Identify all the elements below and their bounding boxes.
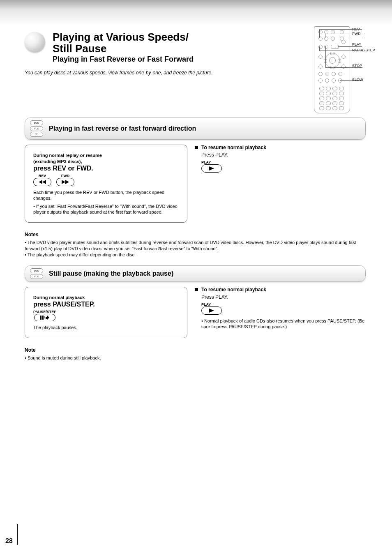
remote-body: REV FWD PLAY PAUSE/STEP STOP SLOW (314, 26, 350, 113)
procedure-note1: Each time you press the REV or FWD butto… (33, 189, 179, 201)
svg-text:/: / (44, 316, 45, 320)
section1-columns: During normal replay or resume (excludin… (25, 145, 366, 223)
remote-play-button (331, 45, 339, 49)
pause-label: PAUSE/STEP (33, 310, 56, 314)
procedure-text-line2: (excluding MP3 discs), (33, 159, 82, 164)
svg-marker-2 (62, 180, 65, 184)
section-title: Playing in fast reverse or fast forward … (49, 125, 196, 132)
svg-rect-8 (46, 317, 47, 319)
lead-label-pause: PAUSE/STEP (352, 48, 375, 52)
procedure-box-fast: During normal replay or resume (excludin… (25, 145, 187, 223)
page-number-region: 28 (0, 516, 18, 553)
section-fast-playback: DVD VCD CD Playing in fast reverse or fa… (25, 118, 366, 140)
procedure-note2: • If you set "Fast Forward/Fast Reverse"… (33, 203, 179, 215)
pill-dvd: DVD (30, 120, 43, 125)
fwd-button-icon (56, 178, 74, 186)
procedure-box-pause: During normal playback press PAUSE/STEP.… (25, 287, 187, 338)
notes-block-1: Notes • The DVD video player mutes sound… (25, 232, 366, 258)
play-button-icon-2 (201, 306, 222, 315)
section2-title: Still pause (making the playback pause) (49, 270, 173, 277)
page-number-divider (17, 524, 18, 545)
svg-marker-3 (65, 180, 69, 184)
procedure2-step: press PAUSE/STEP. (33, 301, 179, 308)
resume-column-2: To resume normal playback Press PLAY. PL… (195, 287, 366, 329)
svg-marker-0 (39, 180, 42, 184)
rev-button-icon (33, 178, 51, 186)
resume-text: Press PLAY. (201, 152, 228, 158)
disc-type-pills-2: DVD VCD (30, 268, 43, 279)
remote-slow-button (338, 78, 342, 83)
rev-label: REV (33, 174, 51, 178)
page-subtitle: Playing in Fast Reverse or Fast Forward (53, 55, 194, 64)
manual-page: 28 Playing at Various Speeds/ Still Paus… (0, 0, 392, 553)
notes2-heading: Note (25, 347, 366, 353)
disc-type-pills: DVD VCD CD (30, 120, 43, 137)
remote-stop-button (324, 45, 328, 49)
resume-title-2: To resume normal playback (201, 287, 266, 293)
square-bullet-icon (195, 146, 198, 149)
page-header: Playing at Various Speeds/ Still Pause P… (25, 29, 366, 115)
svg-rect-6 (42, 316, 44, 320)
notes1-item1: • The playback speed may differ dependin… (25, 252, 366, 258)
section2-columns: During normal playback press PAUSE/STEP.… (25, 287, 366, 338)
page-intro: You can play discs at various speeds, vi… (25, 70, 213, 76)
pill-vcd: VCD (30, 126, 43, 131)
pause-step-button-icon: / (34, 314, 55, 321)
procedure-text-line1: During normal replay or resume (33, 153, 102, 158)
notes-block-2: Note • Sound is muted during still playb… (25, 347, 366, 361)
pill-cd: CD (30, 132, 43, 137)
lead-label-play: PLAY (352, 42, 361, 46)
play-button-icon (201, 164, 222, 173)
procedure2-context: During normal playback (33, 295, 179, 301)
page-title-line1: Playing at Various Speeds/ (53, 31, 189, 43)
procedure2-note: The playback pauses. (33, 325, 179, 330)
lead-label-slow: SLOW (352, 78, 363, 82)
notes1-item0: • The DVD video player mutes sound and o… (25, 240, 366, 252)
page-title-line2: Still Pause (53, 42, 107, 55)
play-label: PLAY (201, 160, 366, 164)
page-number: 28 (5, 537, 13, 545)
svg-marker-1 (42, 180, 46, 184)
resume-column: To resume normal playback Press PLAY. PL… (195, 145, 366, 173)
pill-vcd-2: VCD (30, 274, 43, 279)
pill-dvd-2: DVD (30, 268, 43, 273)
svg-marker-10 (209, 309, 214, 313)
remote-dpad (325, 53, 340, 68)
resume-note-2: • Normal playback of audio CDs also resu… (201, 318, 366, 329)
resume-text-2: Press PLAY. (201, 294, 228, 300)
svg-marker-4 (209, 166, 214, 171)
play-label-2: PLAY (201, 302, 366, 306)
sphere-decoration (25, 32, 45, 53)
notes2-item0: • Sound is muted during still playback. (25, 355, 366, 361)
section-still-pause: DVD VCD Still pause (making the playback… (25, 265, 366, 282)
top-gradient (0, 0, 392, 25)
page-title: Playing at Various Speeds/ Still Pause (53, 31, 189, 54)
procedure-step: press REV or FWD. (33, 165, 179, 172)
square-bullet-icon-2 (195, 288, 198, 291)
notes-heading: Notes (25, 232, 366, 238)
svg-marker-9 (47, 316, 49, 320)
remote-diagram: REV FWD PLAY PAUSE/STEP STOP SLOW (314, 26, 350, 113)
fwd-label: FWD (56, 174, 74, 178)
svg-rect-5 (40, 316, 42, 320)
resume-title: To resume normal playback (201, 145, 266, 150)
